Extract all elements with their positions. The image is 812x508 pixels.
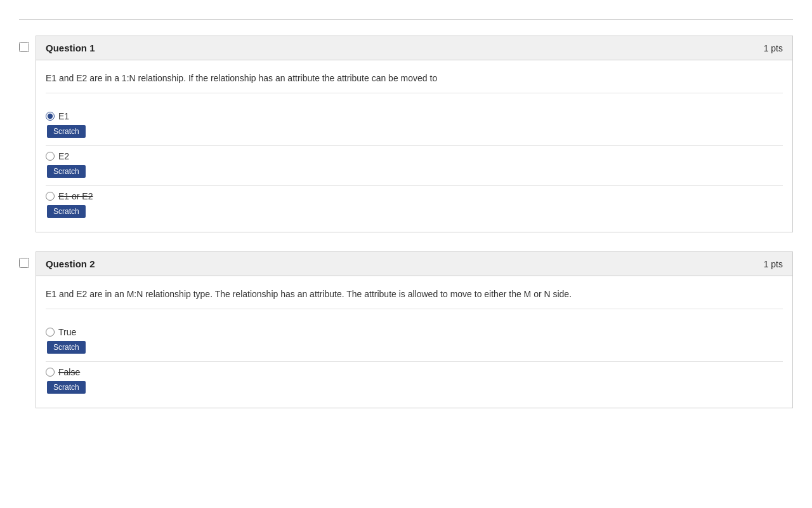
question-checkbox-1[interactable] <box>19 42 29 54</box>
answer-option-2-1: TrueScratch <box>46 322 783 362</box>
question-text-2: E1 and E2 are in an M:N relationship typ… <box>46 289 783 309</box>
questions-container: Question 11 ptsE1 and E2 are in a 1:N re… <box>19 36 793 408</box>
radio-2-1[interactable] <box>46 328 55 337</box>
question-body-1: E1 and E2 are in a 1:N relationship. If … <box>36 60 792 232</box>
answer-text-1-1: E1 <box>58 111 69 121</box>
scratch-button-1-2[interactable]: Scratch <box>47 165 86 178</box>
question-wrapper-1: Question 11 ptsE1 and E2 are in a 1:N re… <box>19 36 793 232</box>
question-pts-1: 1 pts <box>764 43 783 53</box>
answer-label-1-1[interactable]: E1 <box>46 111 783 121</box>
radio-1-3[interactable] <box>46 192 55 201</box>
question-title-2: Question 2 <box>46 258 95 269</box>
answer-text-2-1: True <box>58 327 76 337</box>
question-card-2: Question 21 ptsE1 and E2 are in an M:N r… <box>36 251 793 408</box>
answer-label-1-3[interactable]: E1 or E2 <box>46 191 783 201</box>
question-body-2: E1 and E2 are in an M:N relationship typ… <box>36 276 792 408</box>
question-checkbox-2[interactable] <box>19 258 29 270</box>
question-title-1: Question 1 <box>46 43 95 53</box>
page-divider <box>19 19 793 20</box>
answer-option-1-2: E2Scratch <box>46 146 783 186</box>
answer-label-2-1[interactable]: True <box>46 327 783 337</box>
question-wrapper-2: Question 21 ptsE1 and E2 are in an M:N r… <box>19 251 793 408</box>
radio-1-1[interactable] <box>46 112 55 121</box>
question-pts-2: 1 pts <box>764 259 783 269</box>
radio-2-2[interactable] <box>46 368 55 377</box>
radio-1-2[interactable] <box>46 152 55 161</box>
scratch-button-1-1[interactable]: Scratch <box>47 125 86 138</box>
answer-text-1-3: E1 or E2 <box>58 191 93 201</box>
answer-label-2-2[interactable]: False <box>46 367 783 377</box>
answer-label-1-2[interactable]: E2 <box>46 151 783 161</box>
scratch-button-1-3[interactable]: Scratch <box>47 205 86 218</box>
answer-text-2-2: False <box>58 367 80 377</box>
scratch-button-2-2[interactable]: Scratch <box>47 381 86 394</box>
answer-text-1-2: E2 <box>58 151 69 161</box>
answer-option-1-3: E1 or E2Scratch <box>46 186 783 225</box>
question-text-1: E1 and E2 are in a 1:N relationship. If … <box>46 73 783 93</box>
answer-option-2-2: FalseScratch <box>46 362 783 401</box>
scratch-button-2-1[interactable]: Scratch <box>47 341 86 354</box>
question-card-1: Question 11 ptsE1 and E2 are in a 1:N re… <box>36 36 793 232</box>
question-header-2: Question 21 pts <box>36 252 792 276</box>
answer-option-1-1: E1Scratch <box>46 106 783 146</box>
question-header-1: Question 11 pts <box>36 36 792 60</box>
